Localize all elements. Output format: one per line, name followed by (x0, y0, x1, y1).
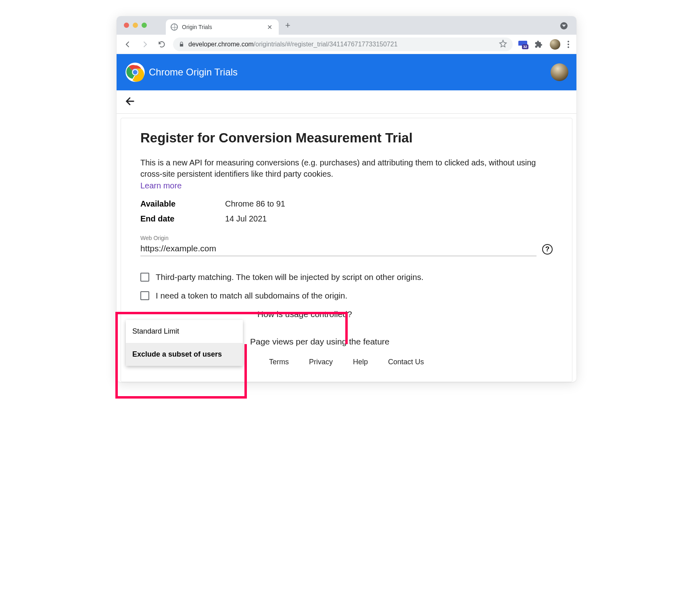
usage-restriction-dropdown[interactable]: Standard Limit Exclude a subset of users (126, 320, 243, 366)
footer-terms[interactable]: Terms (269, 358, 289, 366)
url-text: developer.chrome.com/origintrials/#/regi… (188, 41, 398, 48)
url-host: developer.chrome.com (188, 41, 254, 48)
tab-title: Origin Trials (182, 24, 261, 30)
third-party-checkbox[interactable] (140, 273, 149, 282)
forward-button[interactable] (139, 39, 150, 50)
tab-overflow-icon[interactable] (560, 22, 568, 29)
learn-more-link[interactable]: Learn more (140, 181, 182, 190)
page-description: This is a new API for measuring conversi… (140, 157, 553, 180)
chrome-logo-icon (125, 62, 146, 83)
checkbox-label: Third-party matching. The token will be … (156, 272, 424, 282)
subdomains-checkbox[interactable] (140, 291, 149, 300)
footer-privacy[interactable]: Privacy (309, 358, 333, 366)
usage-question: How is usage controlled? (257, 309, 553, 319)
checkbox-group: Third-party matching. The token will be … (140, 272, 553, 301)
page-title: Register for Conversion Measurement Tria… (140, 130, 553, 146)
footer-contact[interactable]: Contact Us (388, 358, 424, 366)
close-tab-icon[interactable]: ✕ (265, 23, 274, 32)
dropdown-option-standard[interactable]: Standard Limit (126, 320, 243, 343)
info-val: 14 Jul 2021 (225, 214, 267, 223)
close-window-button[interactable] (124, 23, 129, 28)
checkbox-row-subdomains: I need a token to match all subdomains o… (140, 291, 553, 301)
info-val: Chrome 86 to 91 (225, 199, 285, 209)
registration-card: Register for Conversion Measurement Tria… (121, 118, 572, 382)
page-subbar (117, 90, 576, 114)
browser-toolbar: developer.chrome.com/origintrials/#/regi… (117, 35, 576, 54)
lock-icon (179, 42, 184, 47)
help-icon[interactable]: ? (542, 244, 553, 255)
profile-avatar[interactable] (550, 39, 560, 50)
bookmark-star-icon[interactable] (499, 40, 507, 49)
checkbox-label: I need a token to match all subdomains o… (156, 291, 347, 301)
globe-icon (171, 23, 178, 31)
back-button[interactable] (122, 39, 134, 50)
app-title: Chrome Origin Trials (149, 67, 238, 78)
extension-badge[interactable]: 32 (518, 41, 527, 48)
window-controls (124, 23, 147, 28)
tab-strip: Origin Trials ✕ + (117, 16, 576, 35)
url-path: /origintrials/#/register_trial/341147671… (254, 41, 398, 48)
web-origin-input[interactable] (140, 242, 536, 256)
user-avatar[interactable] (551, 63, 568, 81)
checkbox-row-third-party: Third-party matching. The token will be … (140, 272, 553, 282)
page-back-button[interactable] (125, 96, 136, 109)
minimize-window-button[interactable] (133, 23, 138, 28)
dropdown-option-exclude[interactable]: Exclude a subset of users (126, 343, 243, 366)
new-tab-button[interactable]: + (279, 20, 297, 31)
reload-button[interactable] (156, 39, 167, 50)
browser-menu-icon[interactable] (566, 39, 571, 50)
web-origin-field: Web Origin ? (140, 235, 553, 256)
footer-help[interactable]: Help (353, 358, 368, 366)
info-row-available: Available Chrome 86 to 91 (140, 199, 553, 209)
expected-usage-text: Page views per day using the feature (250, 337, 553, 347)
info-row-enddate: End date 14 Jul 2021 (140, 214, 553, 223)
browser-window: Origin Trials ✕ + developer.chrome.com/o… (117, 16, 576, 382)
extension-badge-count: 32 (522, 44, 528, 49)
maximize-window-button[interactable] (142, 23, 147, 28)
address-bar[interactable]: developer.chrome.com/origintrials/#/regi… (173, 38, 513, 51)
info-key: Available (140, 199, 225, 209)
browser-tab[interactable]: Origin Trials ✕ (166, 19, 279, 35)
info-key: End date (140, 214, 225, 223)
extensions-icon[interactable] (533, 39, 544, 50)
app-banner: Chrome Origin Trials (117, 54, 576, 90)
field-label: Web Origin (140, 235, 553, 241)
